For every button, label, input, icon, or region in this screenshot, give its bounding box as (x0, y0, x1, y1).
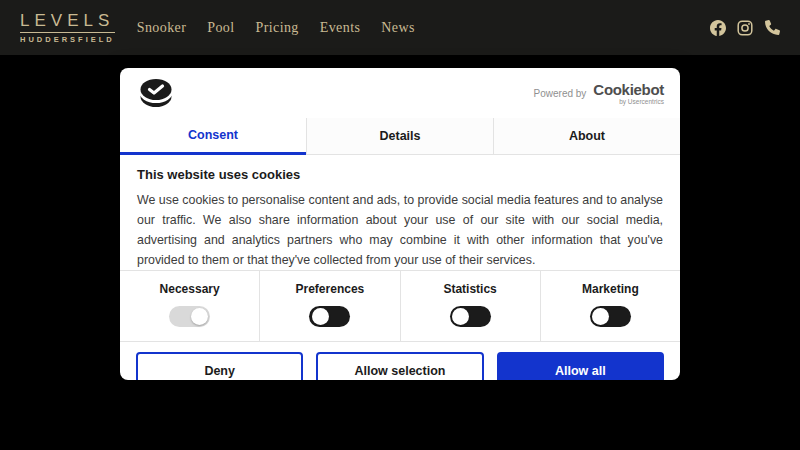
toggle-col-marketing: Marketing (540, 271, 680, 341)
nav-links: Snooker Pool Pricing Events News (137, 14, 436, 42)
nav-link-pricing[interactable]: Pricing (256, 14, 299, 42)
toggle-label-preferences: Preferences (296, 282, 365, 296)
dialog-buttons: Deny Allow selection Allow all (120, 342, 680, 380)
toggle-label-marketing: Marketing (582, 282, 639, 296)
cookiebot-cookie-check-icon (136, 77, 176, 109)
dialog-tabs: Consent Details About (120, 118, 680, 155)
toggle-label-statistics: Statistics (443, 282, 496, 296)
levels-logo[interactable]: LEVELS HUDDERSFIELD (20, 12, 115, 44)
facebook-icon[interactable] (710, 20, 726, 36)
toggle-col-statistics: Statistics (400, 271, 540, 341)
allow-selection-button[interactable]: Allow selection (316, 352, 483, 380)
consent-tab-content: This website uses cookies We use cookies… (120, 155, 680, 270)
nav-link-news[interactable]: News (381, 14, 414, 42)
toggle-label-necessary: Necessary (160, 282, 220, 296)
logo-secondary-text: HUDDERSFIELD (20, 36, 115, 44)
cookiebot-wordmark: Cookiebot by Usercentrics (593, 82, 664, 105)
dialog-header: Powered by Cookiebot by Usercentrics (120, 68, 680, 118)
tab-about[interactable]: About (493, 118, 680, 155)
powered-by-block[interactable]: Powered by Cookiebot by Usercentrics (534, 82, 664, 105)
toggle-col-preferences: Preferences (259, 271, 399, 341)
tab-consent[interactable]: Consent (120, 118, 306, 155)
instagram-icon[interactable] (737, 20, 753, 36)
nav-link-events[interactable]: Events (320, 14, 361, 42)
dialog-heading: This website uses cookies (137, 167, 663, 182)
phone-icon[interactable] (764, 20, 780, 36)
powered-by-text: Powered by (534, 88, 587, 99)
nav-link-pool[interactable]: Pool (207, 14, 234, 42)
top-navbar: LEVELS HUDDERSFIELD Snooker Pool Pricing… (0, 0, 800, 55)
cookiebot-brand-text: Cookiebot (593, 82, 664, 97)
dialog-body-text: We use cookies to personalise content an… (137, 190, 663, 270)
allow-all-button[interactable]: Allow all (497, 352, 664, 380)
toggle-knob (452, 308, 469, 325)
toggle-knob (312, 308, 329, 325)
statistics-toggle[interactable] (450, 306, 491, 327)
logo-primary-text: LEVELS (20, 12, 115, 33)
cookiebot-sub-text: by Usercentrics (619, 98, 664, 105)
nav-link-snooker[interactable]: Snooker (137, 14, 186, 42)
toggle-knob (592, 308, 609, 325)
preferences-toggle[interactable] (309, 306, 350, 327)
cookie-category-toggles: Necessary Preferences Statistics Marketi… (120, 270, 680, 342)
toggle-col-necessary: Necessary (120, 271, 259, 341)
necessary-toggle (169, 306, 210, 327)
tab-details[interactable]: Details (306, 118, 493, 155)
toggle-knob (191, 308, 208, 325)
cookie-consent-dialog: Powered by Cookiebot by Usercentrics Con… (120, 68, 680, 380)
marketing-toggle[interactable] (590, 306, 631, 327)
social-links (710, 20, 780, 36)
deny-button[interactable]: Deny (136, 352, 303, 380)
